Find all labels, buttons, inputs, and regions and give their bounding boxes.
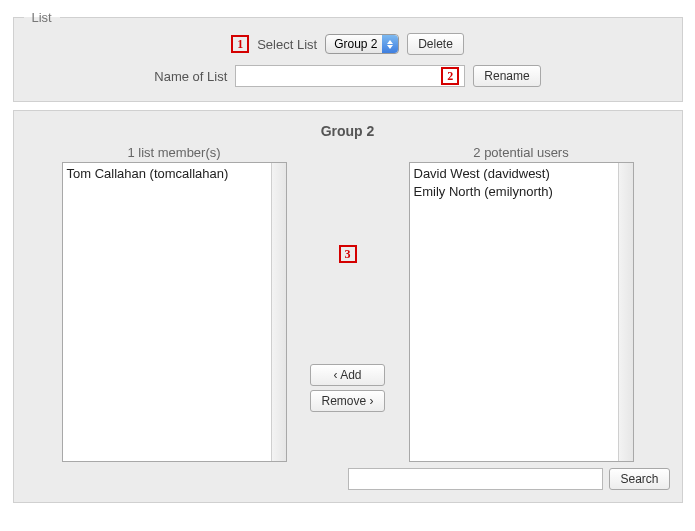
add-button[interactable]: ‹ Add [310, 364, 384, 386]
search-input[interactable] [348, 468, 603, 490]
members-caption: 1 list member(s) [127, 145, 220, 160]
dual-list-area: 1 list member(s) Tom Callahan (tomcallah… [26, 145, 670, 462]
list-item[interactable]: David West (davidwest) [414, 165, 614, 183]
callout-2: 2 [441, 67, 459, 85]
name-of-list-input[interactable] [235, 65, 465, 87]
group-title: Group 2 [26, 123, 670, 139]
select-list-label: Select List [257, 37, 317, 52]
name-input-wrap: 2 [235, 65, 465, 87]
search-row: Search [26, 468, 670, 490]
rename-button[interactable]: Rename [473, 65, 540, 87]
list-item[interactable]: Emily North (emilynorth) [414, 183, 614, 201]
delete-button[interactable]: Delete [407, 33, 464, 55]
scrollbar-icon[interactable] [618, 163, 633, 461]
potential-column: 2 potential users David West (davidwest)… [409, 145, 634, 462]
potential-caption: 2 potential users [473, 145, 568, 160]
callout-3: 3 [339, 245, 357, 263]
remove-button[interactable]: Remove › [310, 390, 384, 412]
members-column: 1 list member(s) Tom Callahan (tomcallah… [62, 145, 287, 462]
name-of-list-row: Name of List 2 Rename [24, 65, 672, 87]
search-button[interactable]: Search [609, 468, 669, 490]
list-item[interactable]: Tom Callahan (tomcallahan) [67, 165, 267, 183]
callout-1: 1 [231, 35, 249, 53]
group-panel: Group 2 1 list member(s) Tom Callahan (t… [13, 110, 683, 503]
members-listbox[interactable]: Tom Callahan (tomcallahan) [62, 162, 287, 462]
list-legend: List [24, 10, 60, 25]
transfer-controls: 3 ‹ Add Remove › [293, 145, 403, 462]
list-fieldset: List 1 Select List Group 2 Delete Name o… [13, 10, 683, 102]
scrollbar-icon[interactable] [271, 163, 286, 461]
select-list-row: 1 Select List Group 2 Delete [24, 33, 672, 55]
potential-listbox[interactable]: David West (davidwest)Emily North (emily… [409, 162, 634, 462]
name-of-list-label: Name of List [154, 69, 227, 84]
select-list-wrap: Group 2 [325, 34, 399, 54]
select-list-dropdown[interactable]: Group 2 [325, 34, 399, 54]
